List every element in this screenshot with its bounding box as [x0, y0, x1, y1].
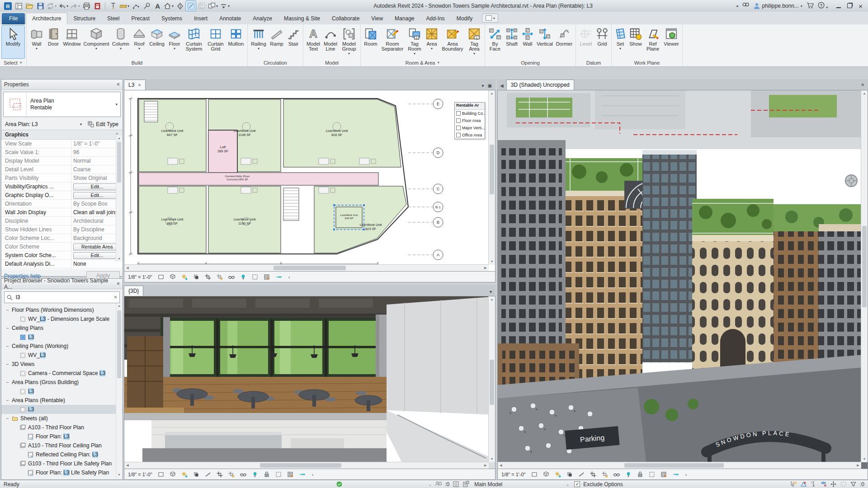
tag-area-button[interactable]: 1Tag Area▼ — [465, 25, 483, 59]
property-edit-button[interactable]: Edit... — [73, 183, 121, 190]
temporary-hide-bulb-icon[interactable] — [240, 273, 247, 281]
tab-list-icon[interactable]: ▾ — [482, 83, 484, 88]
qat-collapse-arrow-icon[interactable]: ◂ — [736, 4, 738, 8]
curtain-grid-button[interactable]: Curtain Grid — [205, 25, 226, 59]
ribbon-tab-add-ins[interactable]: Add-Ins — [420, 13, 450, 24]
text-note-icon[interactable]: A — [152, 1, 162, 11]
railing-button[interactable]: Railing▼ — [249, 25, 268, 59]
open-documents-icon[interactable] — [14, 1, 24, 11]
visual-style-icon[interactable] — [157, 273, 165, 281]
select-pinned-icon[interactable] — [810, 481, 817, 488]
ribbon-tab-massing-site[interactable]: Massing & Site — [278, 13, 326, 24]
project-browser-close-icon[interactable]: × — [117, 281, 120, 287]
thin-lines-icon[interactable] — [186, 1, 196, 11]
model-group-button[interactable]: Model Group▼ — [339, 25, 359, 59]
tree-item[interactable]: Camera - Commercial Space L3 — [1, 369, 123, 378]
curtain-system-button[interactable]: Curtain System — [183, 25, 205, 59]
ribbon-tab-modify[interactable]: Modify — [451, 13, 478, 24]
steering-wheel-icon[interactable] — [845, 175, 857, 187]
restore-button[interactable] — [847, 3, 852, 9]
select-links-icon[interactable] — [790, 481, 797, 488]
sun-path-icon[interactable] — [181, 273, 189, 281]
edit-type-button[interactable]: Edit Type — [85, 120, 121, 128]
property-value[interactable]: None — [71, 260, 123, 268]
drag-on-selection-icon[interactable] — [830, 481, 837, 488]
stair-button[interactable]: Stair — [285, 25, 302, 59]
tree-item[interactable]: −Sheets (all) — [1, 414, 123, 423]
tab-list-icon-2[interactable]: ▾ — [490, 289, 492, 294]
tree-item[interactable]: Floor Plan: L3 — [1, 432, 123, 441]
modify-state-button[interactable]: ▾ — [482, 14, 498, 23]
exterior-3d-canvas[interactable]: Parking SNOWDON PLACE ▲▼ ◀▶ — [497, 90, 868, 469]
type-selector-dropdown-icon[interactable]: ▾ — [113, 102, 120, 107]
tab-3d-shaded[interactable]: 3D (Shaded) Uncropped — [506, 80, 574, 90]
sun-path-icon[interactable] — [181, 470, 189, 478]
displace-elements-icon[interactable] — [298, 470, 306, 478]
dormer-button[interactable]: Dormer — [554, 25, 574, 59]
interior-vertical-scrollbar[interactable]: ▲▼ — [488, 296, 495, 462]
aligned-dimension-icon[interactable] — [131, 1, 141, 11]
l3-horizontal-scrollbar[interactable]: ◀▶ — [124, 264, 489, 271]
ribbon-tab-collaborate[interactable]: Collaborate — [326, 13, 365, 24]
status-collapse-icon[interactable]: ⌄ — [429, 482, 432, 487]
tree-expander-icon[interactable]: − — [5, 325, 10, 331]
shadows-icon[interactable] — [566, 470, 574, 478]
minimize-button[interactable] — [836, 3, 841, 9]
property-value[interactable]: all — [71, 268, 123, 269]
displace-elements-icon[interactable] — [672, 470, 679, 478]
worksharing-status-icon[interactable] — [336, 481, 343, 488]
tree-item[interactable]: −3D Views — [1, 360, 123, 369]
reveal-hidden-glasses-icon[interactable] — [228, 273, 236, 281]
undo-icon[interactable]: ▾ — [58, 1, 69, 11]
crop-region-icon[interactable] — [601, 470, 609, 478]
room-separator-button[interactable]: Room Separator — [379, 25, 406, 59]
sketchy-lines-icon[interactable] — [204, 470, 212, 478]
property-value[interactable]: Rentable Area — [71, 243, 123, 251]
visual-style-icon[interactable] — [531, 470, 538, 478]
shaded-box-icon[interactable] — [169, 273, 177, 281]
property-value[interactable]: 1/8" = 1'-0" — [71, 140, 123, 148]
property-value[interactable]: Architectural — [71, 217, 123, 225]
close-inactive-icon[interactable] — [197, 1, 207, 11]
type-selector[interactable]: Area Plan Rentable ▾ — [3, 92, 121, 117]
sync-with-central-icon[interactable]: ▾ — [46, 1, 57, 11]
revit-logo-icon[interactable]: R — [3, 1, 13, 11]
tree-item[interactable]: A110 - Third Floor Ceiling Plan — [1, 441, 123, 450]
tag-by-category-icon[interactable] — [142, 1, 151, 11]
view-scale[interactable]: 1/8" = 1'-0" — [501, 472, 526, 477]
level-button[interactable]: Level — [577, 25, 594, 59]
panel-menu-arrow-icon[interactable]: ▼ — [19, 61, 23, 64]
l3-vertical-scrollbar[interactable]: ▲▼ — [488, 90, 495, 265]
property-value[interactable]: By Scope Box — [71, 200, 123, 208]
room-button[interactable]: Room — [362, 25, 379, 59]
crop-view-icon[interactable] — [216, 470, 224, 478]
ribbon-tab-insert[interactable]: Insert — [188, 13, 213, 24]
control-bar-collapse-icon[interactable]: ‹ — [685, 472, 687, 477]
element-selector[interactable]: Area Plan: L3 ▾ — [3, 120, 84, 128]
crop-region-icon[interactable] — [228, 470, 236, 478]
switch-windows-icon[interactable]: ▾ — [208, 1, 218, 11]
active-workset-icon[interactable] — [435, 481, 442, 488]
interior-3d-canvas[interactable]: ▲▼ ◀▶ — [124, 296, 495, 469]
model-line-button[interactable]: Model Line — [322, 25, 339, 59]
ribbon-tab-annotate[interactable]: Annotate — [213, 13, 247, 24]
panel-label-room-area[interactable]: Room & Area▼ — [361, 59, 485, 66]
modify-button[interactable]: Modify — [1, 25, 25, 59]
vertical-button[interactable]: Vertical — [535, 25, 554, 59]
property-edit-button[interactable]: Edit... — [73, 192, 121, 199]
dropdown-arrow-icon[interactable]: ▼ — [119, 47, 123, 50]
save-icon[interactable] — [35, 1, 45, 11]
control-bar-collapse-icon[interactable]: ‹ — [312, 472, 314, 477]
ribbon-tab-structure[interactable]: Structure — [67, 13, 101, 24]
tree-item[interactable]: Reflected Ceiling Plan: L3 — [1, 450, 123, 459]
section-icon[interactable] — [175, 1, 185, 11]
floor-button[interactable]: Floor▼ — [166, 25, 183, 59]
search-icon[interactable] — [742, 2, 750, 10]
tree-item[interactable]: WV_L3 — [1, 351, 123, 360]
property-edit-button[interactable]: Rentable Area — [73, 244, 121, 250]
door-button[interactable]: Door — [45, 25, 61, 59]
exterior-vertical-scrollbar[interactable]: ▲▼ — [861, 90, 868, 462]
crop-view-icon[interactable] — [204, 273, 212, 281]
tree-item[interactable]: L3 — [1, 405, 123, 414]
properties-header[interactable]: Properties × — [1, 80, 123, 90]
